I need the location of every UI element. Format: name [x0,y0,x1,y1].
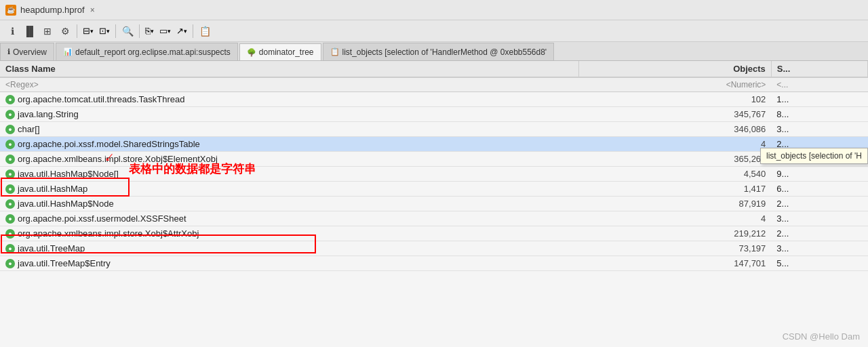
class-icon: ● [5,214,15,224]
toolbar-dropdown-5-arrow: ▾ [184,28,187,35]
toolbar-dropdown-4-icon: ▭ [159,26,167,36]
toolbar-sep-1 [77,24,77,38]
tooltip-text: list_objects [selection of 'H [766,151,862,161]
cell-objects: 4 [578,211,771,226]
cell-size: 2... [771,197,867,211]
class-name-text: java.util.HashMap$Node[] [18,169,119,179]
toolbar-clipboard-button[interactable]: 📋 [197,23,213,39]
close-button[interactable]: × [90,5,95,15]
toolbar-bar-chart-button[interactable]: ▐▌ [22,23,38,39]
table-header: Class Name Objects S... [0,61,868,77]
cell-classname: ●org.apache.poi.xssf.usermodel.XSSFSheet [0,211,578,226]
main-content: Class Name Objects S... <Regex> <Numeric… [0,61,868,347]
cell-objects: 345,767 [578,107,771,122]
toolbar-dropdown-2[interactable]: ⊡ ▾ [97,23,112,39]
table-row[interactable]: ●char[]346,0863... [0,122,868,137]
table-scroll-wrapper[interactable]: Class Name Objects S... <Regex> <Numeric… [0,61,868,347]
class-icon: ● [5,125,15,134]
table-body: <Regex> <Numeric> <... ●org.apache.tomca… [0,77,868,271]
table-row[interactable]: ●java.util.TreeMap73,1973... [0,241,868,256]
class-icon: ● [5,199,15,209]
toolbar-dropdown-1-arrow: ▾ [90,28,94,35]
cell-objects: 4,540 [578,167,771,182]
tab-dominator-tree-icon: 🌳 [247,48,256,57]
class-icon: ● [5,169,15,179]
cell-size: 6... [771,182,867,197]
header-size[interactable]: S... [771,61,867,77]
toolbar-dropdown-4-arrow: ▾ [167,28,171,35]
table-row[interactable]: ●java.util.HashMap$Node87,9192... [0,197,868,211]
table-row[interactable]: ●java.lang.String345,7678... [0,107,868,122]
class-name-text: java.lang.String [18,109,79,119]
cell-objects: 1,417 [578,182,771,197]
toolbar-dropdown-5-icon: ↗ [176,26,184,36]
cell-objects: 346,086 [578,122,771,137]
cell-classname: ●org.apache.xmlbeans.impl.store.Xobj$Ele… [0,152,578,167]
cell-classname: ●java.util.HashMap$Node [0,197,578,211]
tab-overview-label: Overview [13,47,47,57]
cell-objects: 147,701 [578,256,771,271]
tab-overview[interactable]: ℹ Overview [0,43,54,60]
toolbar-dropdown-1[interactable]: ⊟ ▾ [81,23,96,39]
app-icon: ☕ [5,5,16,16]
cell-classname: ●org.apache.xmlbeans.impl.store.Xobj$Att… [0,226,578,241]
cell-classname: ●char[] [0,122,578,137]
toolbar-dropdown-2-icon: ⊡ [99,26,106,36]
table-row[interactable]: ●org.apache.tomcat.util.threads.TaskThre… [0,92,868,107]
table-row[interactable]: ●java.util.TreeMap$Entry147,7015... [0,256,868,271]
class-table: Class Name Objects S... <Regex> <Numeric… [0,61,868,271]
filter-row: <Regex> <Numeric> <... [0,77,868,92]
cell-size: 2... [771,226,867,241]
toolbar-settings-button[interactable]: ⚙ [57,23,73,39]
tab-default-report-icon: 📊 [63,47,73,56]
class-icon: ● [5,155,15,164]
table-row[interactable]: ●java.util.HashMap$Node[]4,5409... [0,167,868,182]
class-icon: ● [5,229,15,239]
toolbar-sep-2 [115,24,116,38]
header-objects[interactable]: Objects [578,61,771,77]
toolbar-dropdown-2-arrow: ▾ [106,28,110,35]
table-row[interactable]: ●java.util.HashMap1,4176... [0,182,868,197]
table-row[interactable]: ●org.apache.poi.xssf.usermodel.XSSFSheet… [0,211,868,226]
tab-overview-icon: ℹ [7,47,10,56]
toolbar-dropdown-3[interactable]: ⎘ ▾ [143,23,156,39]
toolbar-dropdown-5[interactable]: ↗ ▾ [174,23,189,39]
toolbar-info-button[interactable]: ℹ [4,23,20,39]
tab-list-objects[interactable]: 📋 list_objects [selection of 'HandlerMet… [323,43,555,60]
class-icon: ● [5,140,15,149]
tab-dominator-tree-label: dominator_tree [259,47,314,57]
cell-objects: 87,919 [578,197,771,211]
toolbar-dropdown-4[interactable]: ▭ ▾ [157,23,173,39]
tab-default-report-label: default_report org.eclipse.mat.api:suspe… [75,47,231,57]
class-name-text: org.apache.poi.xssf.usermodel.XSSFSheet [18,213,186,224]
toolbar-dropdown-1-icon: ⊟ [83,26,90,36]
title-text: heapdump.hprof [20,5,85,15]
cell-size: 8... [771,107,867,122]
class-name-text: org.apache.poi.xssf.model.SharedStringsT… [18,139,200,149]
toolbar-search-button[interactable]: 🔍 [119,23,136,39]
toolbar-grid-button[interactable]: ⊞ [39,23,56,39]
toolbar-dropdown-3-icon: ⎘ [145,26,151,36]
tab-list-objects-label: list_objects [selection of 'HandlerMetho… [342,47,547,57]
cell-classname: ●org.apache.poi.xssf.model.SharedStrings… [0,137,578,152]
header-classname[interactable]: Class Name [0,61,578,77]
class-name-text: org.apache.xmlbeans.impl.store.Xobj$Elem… [18,154,218,164]
tab-default-report[interactable]: 📊 default_report org.eclipse.mat.api:sus… [56,43,238,60]
cell-size: 9... [771,167,867,182]
cell-size: 1... [771,92,867,107]
filter-classname[interactable]: <Regex> [0,77,578,92]
cell-size: 3... [771,122,867,137]
table-row[interactable]: ●org.apache.xmlbeans.impl.store.Xobj$Ele… [0,152,868,167]
toolbar-sep-3 [139,24,140,38]
class-name-text: java.util.TreeMap$Entry [18,258,111,268]
tab-bar: ℹ Overview 📊 default_report org.eclipse.… [0,42,868,61]
cell-classname: ●java.util.TreeMap [0,241,578,256]
cell-objects: 102 [578,92,771,107]
filter-objects[interactable]: <Numeric> [578,77,771,92]
tab-list-objects-icon: 📋 [330,47,340,56]
table-row[interactable]: ●org.apache.xmlbeans.impl.store.Xobj$Att… [0,226,868,241]
tab-dominator-tree[interactable]: 🌳 dominator_tree [239,43,321,61]
table-row[interactable]: ●org.apache.poi.xssf.model.SharedStrings… [0,137,868,152]
class-name-text: org.apache.tomcat.util.threads.TaskThrea… [18,94,184,104]
filter-size[interactable]: <... [771,77,867,92]
